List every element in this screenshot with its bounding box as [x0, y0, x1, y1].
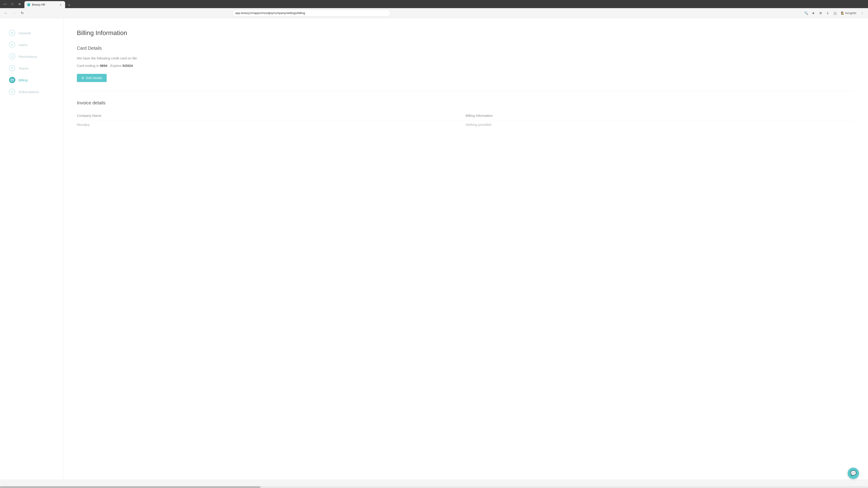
sidebar-item-billing[interactable]: Billing [0, 74, 63, 86]
gear-icon: ⚙ [81, 76, 84, 80]
tab-title: Breezy HR [32, 3, 45, 6]
maximize-button[interactable]: □ [9, 1, 16, 7]
invoice-details-title: Invoice details [77, 100, 855, 105]
chat-button[interactable]: 💬 [848, 468, 859, 479]
chat-icon: 💬 [850, 470, 857, 476]
forward-button[interactable]: → [11, 10, 17, 16]
split-screen-icon-button[interactable]: ◫ [832, 10, 838, 16]
tab-bar: Breezy HR ✕ + [24, 0, 866, 8]
incognito-label: Incognito [845, 11, 856, 15]
minimize-button[interactable]: — [2, 1, 8, 7]
toolbar-icons: 🔍 ★ ⚙ ⇓ ◫ 🕵 Incognito ⋮ [803, 10, 865, 16]
subscriptions-icon [9, 89, 16, 95]
card-info: Card ending in 9894 · Expires 5/2024 [77, 64, 855, 68]
url-display: app.breezy.hr/app/c/moodjoy/company/sett… [235, 11, 305, 15]
card-details-description: We have the following credit card on fil… [77, 56, 855, 60]
svg-point-2 [12, 44, 13, 45]
refresh-button[interactable]: ↻ [19, 10, 25, 16]
invoice-details-section: Invoice details Company Name Billing Inf… [77, 100, 855, 129]
svg-point-1 [12, 33, 13, 33]
menu-icon-button[interactable]: ⋮ [859, 10, 865, 16]
card-details-title: Card Details [77, 46, 855, 51]
expires-date: 5/2024 [123, 64, 133, 68]
new-tab-button[interactable]: + [66, 2, 72, 8]
svg-point-0 [11, 32, 13, 34]
tab-favicon [27, 3, 30, 6]
browser-tab[interactable]: Breezy HR ✕ [24, 1, 65, 8]
incognito-badge: 🕵 Incognito [839, 10, 858, 16]
page-title: Billing Information [77, 29, 855, 37]
svg-point-4 [11, 67, 12, 68]
card-details-section: Card Details We have the following credi… [77, 46, 855, 82]
teams-icon [9, 65, 16, 71]
downloads-icon-button[interactable]: ⇓ [825, 10, 831, 16]
invoice-company-name-value: Moodjoy [77, 121, 466, 129]
back-button[interactable]: ← [3, 10, 9, 16]
sidebar-item-general[interactable]: General [0, 27, 63, 39]
close-button[interactable]: ✕ [16, 1, 23, 7]
app-layout: General Users Permissions [0, 18, 868, 480]
sidebar-item-teams[interactable]: Teams [0, 62, 63, 74]
browser-titlebar: — □ ✕ Breezy HR ✕ + [0, 0, 868, 8]
invoice-company-name-label: Company Name [77, 111, 466, 121]
svg-point-5 [12, 67, 13, 68]
subscriptions-label: Subscriptions [19, 90, 39, 94]
card-last4: 9894 [100, 64, 107, 68]
sidebar: General Users Permissions [0, 18, 63, 480]
svg-rect-3 [11, 56, 13, 58]
invoice-billing-info-value: Nothing provided [466, 121, 855, 129]
invoice-billing-info-header: Billing Information [466, 111, 855, 121]
main-content: Billing Information Card Details We have… [63, 18, 868, 480]
billing-icon [9, 77, 16, 83]
browser-chrome: — □ ✕ Breezy HR ✕ + [0, 0, 868, 8]
search-icon-button[interactable]: 🔍 [803, 10, 809, 16]
users-label: Users [19, 43, 27, 47]
teams-label: Teams [19, 66, 29, 70]
edit-button-label: Edit Details [86, 76, 102, 80]
general-label: General [19, 31, 31, 35]
section-divider [77, 91, 855, 91]
extensions-icon-button[interactable]: ⚙ [817, 10, 824, 16]
users-icon [9, 41, 16, 48]
card-separator: · [107, 64, 110, 68]
permissions-icon [9, 53, 16, 60]
sidebar-item-users[interactable]: Users [0, 39, 63, 51]
permissions-label: Permissions [19, 55, 37, 59]
address-bar-row: ← → ↻ app.breezy.hr/app/c/moodjoy/compan… [0, 8, 868, 18]
tab-close-button[interactable]: ✕ [59, 3, 62, 6]
card-prefix: Card ending in [77, 64, 100, 68]
svg-rect-6 [11, 79, 13, 81]
sidebar-item-subscriptions[interactable]: Subscriptions [0, 86, 63, 98]
bookmark-icon-button[interactable]: ★ [810, 10, 816, 16]
general-icon [9, 30, 16, 36]
billing-label: Billing [19, 78, 28, 82]
window-controls: — □ ✕ [2, 1, 23, 7]
expires-prefix: Expires [110, 64, 123, 68]
sidebar-item-permissions[interactable]: Permissions [0, 51, 63, 62]
invoice-grid: Company Name Billing Information Moodjoy… [77, 111, 855, 129]
address-bar[interactable]: app.breezy.hr/app/c/moodjoy/company/sett… [232, 10, 391, 17]
edit-details-button[interactable]: ⚙ Edit Details [77, 74, 107, 82]
